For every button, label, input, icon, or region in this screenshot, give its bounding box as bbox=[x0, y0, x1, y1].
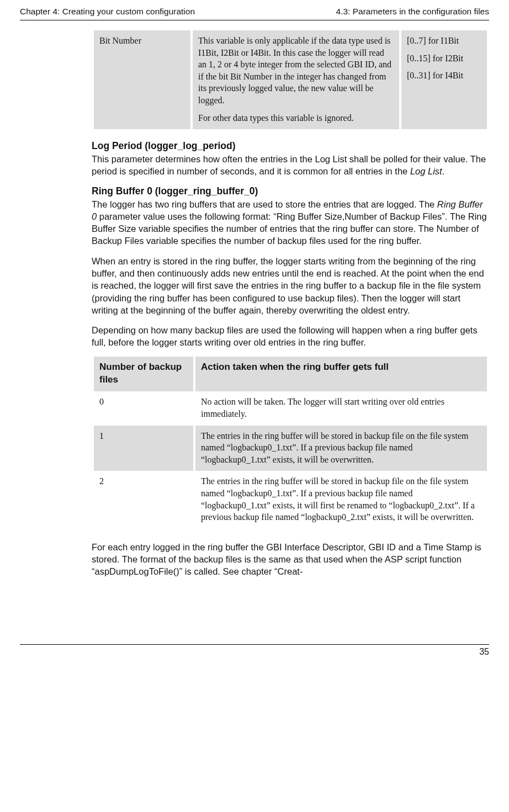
param-range-cell: [0..7] for I1Bit [0..15] for I2Bit [0..3… bbox=[401, 30, 487, 129]
backup-count-cell: 2 bbox=[94, 471, 193, 528]
backup-action-cell: The entries in the ring buffer will be s… bbox=[195, 471, 487, 528]
content: Bit Number This variable is only applica… bbox=[20, 20, 489, 578]
range-line-2: [0..15] for I2Bit bbox=[407, 52, 481, 65]
text-fragment: parameter value uses the following forma… bbox=[92, 211, 487, 246]
col-header-number: Number of backup files bbox=[94, 357, 193, 392]
page-header: Chapter 4: Creating your custom configur… bbox=[20, 7, 489, 20]
table-header-row: Number of backup files Action taken when… bbox=[94, 357, 487, 392]
log-period-heading: Log Period (logger_log_period) bbox=[92, 140, 489, 152]
col-header-action: Action taken when the ring buffer gets f… bbox=[195, 357, 487, 392]
param-name: Bit Number bbox=[99, 36, 141, 45]
param-desc-p2: For other data types this variable is ig… bbox=[198, 112, 394, 124]
range-line-3: [0..31] for I4Bit bbox=[407, 70, 481, 82]
backup-action-cell: No action will be taken. The logger will… bbox=[195, 391, 487, 425]
table-row: 2 The entries in the ring buffer will be… bbox=[94, 471, 487, 528]
table-row: 1 The entries in the ring buffer will be… bbox=[94, 426, 487, 471]
ring-buffer-p3: Depending on how many backup files are u… bbox=[92, 324, 489, 349]
backup-action-cell: The entries in the ring buffer will be s… bbox=[195, 426, 487, 471]
header-right: 4.3: Parameters in the configuration fil… bbox=[336, 7, 489, 17]
log-period-paragraph: This parameter determines how often the … bbox=[92, 153, 489, 178]
text-fragment: The logger has two ring buffers that are… bbox=[92, 199, 437, 209]
page: Chapter 4: Creating your custom configur… bbox=[0, 0, 509, 812]
page-number: 35 bbox=[20, 645, 489, 657]
header-left: Chapter 4: Creating your custom configur… bbox=[20, 7, 195, 17]
backup-files-table: Number of backup files Action taken when… bbox=[92, 357, 489, 529]
log-list-italic: Log List bbox=[410, 166, 442, 176]
text-fragment: . bbox=[442, 166, 445, 176]
bit-number-table: Bit Number This variable is only applica… bbox=[92, 30, 489, 129]
backup-count-cell: 1 bbox=[94, 426, 193, 471]
table-row: 0 No action will be taken. The logger wi… bbox=[94, 391, 487, 425]
ring-buffer-p1: The logger has two ring buffers that are… bbox=[92, 198, 489, 247]
param-name-cell: Bit Number bbox=[94, 30, 190, 129]
table-row: Bit Number This variable is only applica… bbox=[94, 30, 487, 129]
after-table-paragraph: For each entry logged in the ring buffer… bbox=[92, 541, 489, 578]
param-desc-p1: This variable is only applicable if the … bbox=[198, 35, 394, 107]
range-line-1: [0..7] for I1Bit bbox=[407, 35, 481, 47]
backup-count-cell: 0 bbox=[94, 391, 193, 425]
ring-buffer-p2: When an entry is stored in the ring buff… bbox=[92, 255, 489, 316]
ring-buffer-heading: Ring Buffer 0 (logger_ring_buffer_0) bbox=[92, 185, 489, 197]
param-desc-cell: This variable is only applicable if the … bbox=[193, 30, 399, 129]
